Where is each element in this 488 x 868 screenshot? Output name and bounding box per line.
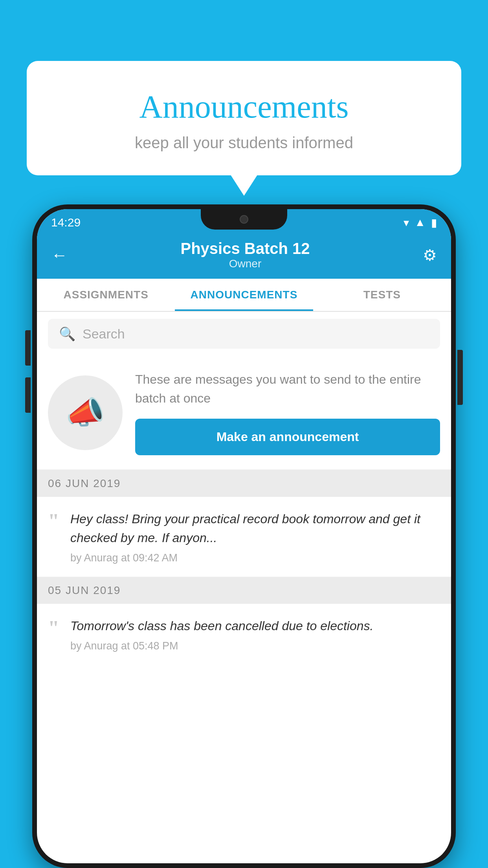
header-subtitle: Owner bbox=[68, 257, 423, 270]
announcement-content-1: Hey class! Bring your practical record b… bbox=[70, 509, 440, 564]
search-container: 🔍 Search bbox=[37, 312, 451, 356]
search-bar[interactable]: 🔍 Search bbox=[48, 319, 440, 349]
speech-bubble-section: Announcements keep all your students inf… bbox=[27, 61, 461, 175]
status-icons: ▾ ▲ ▮ bbox=[404, 216, 437, 229]
search-input[interactable]: Search bbox=[83, 326, 125, 342]
date-separator-2: 05 JUN 2019 bbox=[37, 577, 451, 604]
announcement-text-2: Tomorrow's class has been cancelled due … bbox=[70, 616, 440, 635]
prompt-right: These are messages you want to send to t… bbox=[135, 370, 440, 455]
status-time: 14:29 bbox=[51, 216, 81, 229]
megaphone-circle: 📣 bbox=[48, 375, 123, 450]
signal-icon: ▲ bbox=[415, 216, 426, 229]
phone-notch bbox=[201, 209, 287, 230]
tab-tests[interactable]: TESTS bbox=[313, 279, 451, 311]
back-button[interactable]: ← bbox=[51, 246, 68, 265]
phone-screen: 14:29 ▾ ▲ ▮ ← Physics Batch 12 Owner ⚙ bbox=[37, 209, 451, 863]
announcement-prompt: 📣 These are messages you want to send to… bbox=[37, 356, 451, 470]
header-title: Physics Batch 12 bbox=[68, 240, 423, 257]
search-icon: 🔍 bbox=[59, 326, 75, 342]
volume-up-button bbox=[25, 330, 31, 366]
announcement-content-2: Tomorrow's class has been cancelled due … bbox=[70, 616, 440, 652]
header-center: Physics Batch 12 Owner bbox=[68, 240, 423, 270]
tabs-bar: ASSIGNMENTS ANNOUNCEMENTS TESTS bbox=[37, 279, 451, 312]
announcement-meta-1: by Anurag at 09:42 AM bbox=[70, 552, 440, 564]
date-separator-1: 06 JUN 2019 bbox=[37, 470, 451, 497]
bubble-title: Announcements bbox=[50, 88, 438, 125]
battery-icon: ▮ bbox=[431, 216, 437, 229]
power-button bbox=[457, 350, 463, 405]
announcement-meta-2: by Anurag at 05:48 PM bbox=[70, 640, 440, 652]
wifi-icon: ▾ bbox=[404, 216, 409, 229]
bubble-subtitle: keep all your students informed bbox=[50, 134, 438, 152]
tab-announcements[interactable]: ANNOUNCEMENTS bbox=[175, 279, 313, 311]
make-announcement-button[interactable]: Make an announcement bbox=[135, 419, 440, 455]
tab-assignments[interactable]: ASSIGNMENTS bbox=[37, 279, 175, 311]
announcement-text-1: Hey class! Bring your practical record b… bbox=[70, 509, 440, 547]
app-header: ← Physics Batch 12 Owner ⚙ bbox=[37, 233, 451, 279]
quote-icon-1: " bbox=[48, 511, 59, 531]
quote-icon-2: " bbox=[48, 618, 59, 638]
front-camera bbox=[240, 215, 248, 224]
phone-frame: 14:29 ▾ ▲ ▮ ← Physics Batch 12 Owner ⚙ bbox=[32, 204, 456, 868]
prompt-description: These are messages you want to send to t… bbox=[135, 370, 440, 408]
volume-down-button bbox=[25, 377, 31, 413]
announcement-item-2[interactable]: " Tomorrow's class has been cancelled du… bbox=[37, 604, 451, 665]
speech-bubble-card: Announcements keep all your students inf… bbox=[27, 61, 461, 175]
settings-button[interactable]: ⚙ bbox=[423, 246, 437, 264]
phone-wrapper: 14:29 ▾ ▲ ▮ ← Physics Batch 12 Owner ⚙ bbox=[32, 204, 456, 868]
announcement-item-1[interactable]: " Hey class! Bring your practical record… bbox=[37, 497, 451, 577]
megaphone-icon: 📣 bbox=[66, 394, 105, 431]
